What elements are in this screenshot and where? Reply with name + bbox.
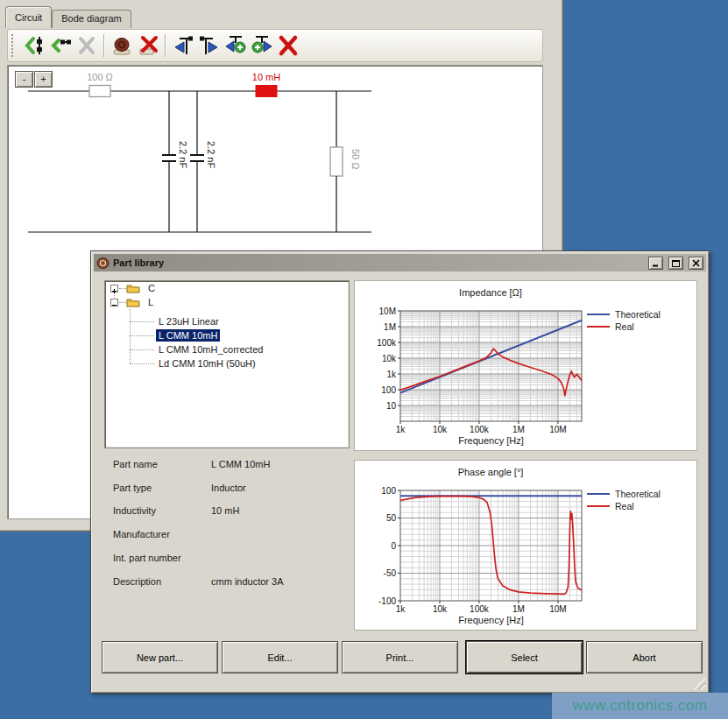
resize-grip[interactable] [694, 678, 705, 689]
svg-text:10M: 10M [549, 425, 566, 434]
svg-text:10k: 10k [433, 425, 448, 434]
detail-label: Part type [113, 483, 152, 493]
move-part-left-icon[interactable] [21, 32, 47, 59]
insert-node-right-icon[interactable] [196, 32, 223, 59]
tab-bode-diagram[interactable]: Bode diagram [52, 10, 131, 28]
svg-text:-50: -50 [384, 568, 397, 578]
toolbar-separator [165, 34, 166, 57]
legend-label: Real [615, 501, 634, 511]
svg-text:1k: 1k [396, 425, 406, 434]
chart-title: Impedance [Ω] [355, 287, 626, 298]
insert-node-left-icon[interactable] [170, 32, 196, 59]
detail-value: Inductor [211, 483, 246, 493]
svg-text:100: 100 [381, 385, 396, 395]
svg-text:1k: 1k [386, 370, 397, 379]
abort-button[interactable]: Abort [586, 641, 703, 673]
delete-part-icon[interactable] [135, 32, 161, 59]
new-part-button[interactable]: New part... [102, 641, 218, 673]
legend-swatch-theoretical [587, 493, 610, 495]
svg-text:1M: 1M [512, 425, 525, 434]
watermark-text: www.cntronics.com [573, 697, 708, 715]
resistor-100ohm[interactable]: 100 Ω [87, 72, 113, 97]
watermark-band: www.cntronics.com [552, 693, 728, 719]
detail-value: 10 mH [211, 505, 239, 516]
detail-label: Int. part number [113, 553, 181, 563]
svg-text:100k: 100k [470, 425, 490, 434]
svg-text:2.2 nF: 2.2 nF [206, 141, 216, 168]
cut-disabled-icon[interactable] [74, 32, 100, 59]
impedance-chart-panel: Impedance [Ω] 10M1M100k10k1k100101k10k10… [354, 280, 697, 451]
delete-branch-icon[interactable] [275, 32, 301, 59]
dialog-titlebar[interactable]: Part library [94, 254, 706, 271]
close-icon[interactable] [689, 257, 703, 270]
svg-text:0: 0 [391, 541, 396, 551]
zoom-in-button[interactable]: + [34, 71, 53, 88]
move-part-left-small-icon[interactable] [47, 32, 74, 59]
detail-label: Part name [113, 459, 158, 469]
tab-circuit[interactable]: Circuit [5, 6, 52, 28]
svg-text:1k: 1k [396, 604, 406, 614]
svg-text:10k: 10k [382, 354, 397, 363]
part-tree[interactable]: C L L 23uH Linear L CMM 10mH L CMM 10mH_… [104, 280, 350, 448]
folder-icon [126, 297, 140, 307]
collapse-icon[interactable] [110, 299, 118, 307]
tree-folder-label[interactable]: L [145, 296, 156, 308]
detail-label: Inductivity [113, 505, 156, 516]
phase-chart: 100500-50-1001k10k100k1M10M [355, 461, 698, 631]
edit-button[interactable]: Edit... [222, 641, 338, 673]
tree-item[interactable]: L CMM 10mH_corrected [156, 342, 265, 356]
snail-icon [96, 257, 110, 270]
toolbar-grip[interactable] [11, 34, 17, 57]
svg-text:50 Ω: 50 Ω [350, 149, 361, 170]
add-branch-left-icon[interactable] [223, 32, 249, 59]
legend-swatch-theoretical [587, 314, 610, 315]
resistor-50ohm[interactable]: 50 Ω [330, 91, 361, 232]
svg-text:100 Ω: 100 Ω [87, 72, 113, 82]
legend-label: Theoretical [615, 309, 661, 320]
svg-text:100: 100 [381, 486, 396, 496]
svg-text:-100: -100 [378, 596, 396, 606]
toolbar [7, 29, 543, 62]
svg-text:100k: 100k [470, 604, 490, 614]
detail-label: Description [113, 576, 161, 587]
impedance-chart: 10M1M100k10k1k100101k10k100k1M10M [355, 281, 698, 452]
tab-bar: Circuit Bode diagram [5, 5, 131, 28]
detail-value: cmm inductor 3A [211, 576, 284, 587]
svg-text:2.2 nF: 2.2 nF [178, 141, 188, 168]
svg-text:1M: 1M [384, 322, 396, 332]
tree-folder-label[interactable]: C [145, 282, 158, 294]
svg-text:100k: 100k [377, 338, 397, 348]
tree-item[interactable]: Ld CMM 10mH (50uH) [156, 356, 258, 370]
minimize-button[interactable] [648, 257, 663, 270]
toolbar-separator [103, 34, 105, 57]
print-button[interactable]: Print... [342, 641, 458, 673]
maximize-button[interactable] [668, 257, 683, 270]
dialog-title: Part library [113, 257, 643, 268]
zoom-out-button[interactable]: - [15, 71, 33, 88]
tree-item[interactable]: L 23uH Linear [156, 314, 222, 328]
svg-text:10: 10 [386, 401, 397, 411]
legend-label: Theoretical [615, 489, 661, 499]
svg-text:10k: 10k [433, 604, 448, 614]
part-library-dialog: Part library C L L 23uH Linear L CMM 10m… [90, 250, 710, 694]
chart-xlabel: Frequency [Hz] [400, 435, 582, 446]
inductor-10mh[interactable]: 10 mH [252, 72, 280, 97]
legend-swatch-real [587, 505, 610, 507]
tree-item-selected[interactable]: L CMM 10mH [156, 328, 220, 342]
legend-swatch-real [587, 326, 610, 328]
chart-title: Phase angle [°] [355, 467, 626, 477]
add-branch-right-icon[interactable] [249, 32, 275, 59]
expand-icon[interactable] [110, 285, 118, 293]
capacitor-2[interactable]: 2.2 nF [190, 91, 216, 232]
svg-text:10 mH: 10 mH [252, 72, 280, 82]
detail-label: Manufacturer [113, 529, 170, 539]
legend-label: Real [615, 321, 634, 332]
svg-text:10M: 10M [549, 604, 566, 614]
svg-text:1M: 1M [512, 604, 525, 614]
part-library-snail-icon[interactable] [109, 32, 135, 59]
select-button[interactable]: Select [466, 641, 583, 673]
phase-chart-panel: Phase angle [°] 100500-50-1001k10k100k1M… [354, 460, 697, 631]
chart-legend: Theoretical Real [587, 308, 661, 333]
capacitor-1[interactable]: 2.2 nF [162, 91, 188, 232]
svg-text:50: 50 [386, 513, 397, 523]
